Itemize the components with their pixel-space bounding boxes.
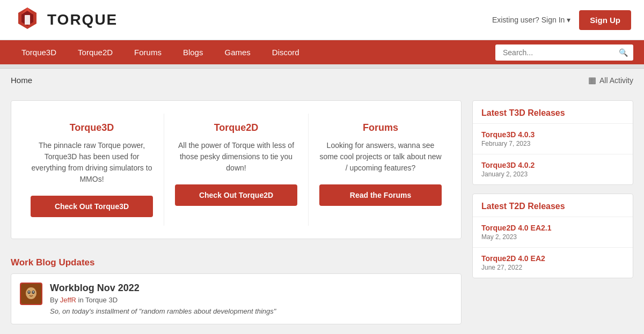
logo-area: TORQUE	[13, 5, 118, 34]
work-blog-section-header: Work Blog Updates	[11, 250, 462, 273]
main-content: Torque3D The pinnacle raw Torque power, …	[11, 100, 462, 324]
t2d-releases-title: Latest T2D Releases	[473, 194, 633, 217]
torque2d-card-desc: All the power of Torque with less of tho…	[175, 140, 297, 174]
header: TORQUE Existing user? Sign In ▾ Sign Up	[0, 0, 644, 40]
torque3d-card: Torque3D The pinnacle raw Torque power, …	[20, 114, 164, 226]
t2d-release-item-0: Torque2D 4.0 EA2.1 May 2, 2023	[473, 217, 633, 248]
forums-card-desc: Looking for answers, wanna see some cool…	[319, 140, 442, 174]
torque3d-card-button[interactable]: Check Out Torque3D	[31, 196, 153, 217]
torque3d-card-title: Torque3D	[31, 122, 153, 133]
dropdown-chevron-icon: ▾	[567, 16, 570, 24]
blog-author-link[interactable]: JeffR	[60, 296, 76, 304]
breadcrumb-home[interactable]: Home	[11, 76, 32, 85]
blog-info: Workblog Nov 2022 By JeffR in Torque 3D …	[50, 283, 452, 315]
nav-item-discord[interactable]: Discord	[261, 40, 310, 64]
t3d-releases-section: Latest T3D Releases Torque3D 4.0.3 Febru…	[472, 100, 633, 185]
navbar: Torque3D Torque2D Forums Blogs Games Dis…	[0, 40, 644, 64]
t3d-releases-title: Latest T3D Releases	[473, 101, 633, 124]
blog-avatar	[20, 283, 42, 305]
all-activity-link[interactable]: ▦ All Activity	[588, 75, 633, 85]
search-area: 🔍	[495, 44, 633, 61]
search-button[interactable]: 🔍	[613, 44, 633, 61]
t2d-release-0-title[interactable]: Torque2D 4.0 EA2.1	[481, 224, 624, 232]
t2d-releases-section: Latest T2D Releases Torque2D 4.0 EA2.1 M…	[472, 194, 633, 278]
nav-item-games[interactable]: Games	[214, 40, 261, 64]
t3d-release-1-title[interactable]: Torque3D 4.0.2	[481, 161, 624, 169]
t3d-release-1-date: January 2, 2023	[481, 170, 624, 178]
forums-card-title: Forums	[319, 122, 442, 133]
nav-item-torque2d[interactable]: Torque2D	[67, 40, 123, 64]
header-right: Existing user? Sign In ▾ Sign Up	[492, 10, 631, 30]
torque2d-card: Torque2D All the power of Torque with le…	[164, 114, 309, 226]
svg-point-7	[26, 287, 36, 299]
torque2d-card-title: Torque2D	[175, 122, 297, 133]
blog-excerpt: So, on today's installment of "random ra…	[50, 307, 452, 315]
svg-rect-5	[25, 15, 30, 25]
activity-icon: ▦	[588, 75, 596, 85]
t2d-release-1-title[interactable]: Torque2D 4.0 EA2	[481, 254, 624, 263]
forums-card-button[interactable]: Read the Forums	[319, 184, 442, 206]
blog-section: Workblog Nov 2022 By JeffR in Torque 3D …	[11, 273, 462, 324]
search-input[interactable]	[495, 44, 613, 61]
nav-item-torque3d[interactable]: Torque3D	[11, 40, 67, 64]
t2d-release-item-1: Torque2D 4.0 EA2 June 27, 2022	[473, 248, 633, 278]
blog-meta: By JeffR in Torque 3D	[50, 296, 452, 304]
nav-item-blogs[interactable]: Blogs	[172, 40, 214, 64]
t3d-release-item-1: Torque3D 4.0.2 January 2, 2023	[473, 154, 633, 184]
sign-up-button[interactable]: Sign Up	[579, 10, 631, 30]
blog-item: Workblog Nov 2022 By JeffR in Torque 3D …	[20, 283, 452, 315]
svg-point-10	[28, 291, 30, 292]
t3d-release-0-title[interactable]: Torque3D 4.0.3	[481, 130, 624, 139]
divider	[0, 64, 644, 69]
search-icon: 🔍	[619, 48, 628, 57]
t2d-release-0-date: May 2, 2023	[481, 233, 624, 241]
sign-in-link[interactable]: Existing user? Sign In ▾	[492, 16, 570, 24]
t2d-release-1-date: June 27, 2022	[481, 264, 624, 271]
logo-text: TORQUE	[47, 11, 118, 28]
torque-logo-icon	[13, 5, 42, 34]
nav-item-forums[interactable]: Forums	[123, 40, 172, 64]
main-layout: Torque3D The pinnacle raw Torque power, …	[0, 92, 644, 333]
cards-container: Torque3D The pinnacle raw Torque power, …	[11, 100, 462, 239]
sidebar: Latest T3D Releases Torque3D 4.0.3 Febru…	[472, 100, 633, 324]
forums-card: Forums Looking for answers, wanna see so…	[309, 114, 452, 226]
t3d-release-item-0: Torque3D 4.0.3 February 7, 2023	[473, 124, 633, 154]
blog-title: Workblog Nov 2022	[50, 283, 452, 294]
svg-point-11	[33, 291, 34, 292]
all-activity-label: All Activity	[599, 76, 633, 85]
breadcrumb-bar: Home ▦ All Activity	[0, 69, 644, 92]
torque3d-card-desc: The pinnacle raw Torque power, Torque3D …	[31, 140, 153, 185]
torque2d-card-button[interactable]: Check Out Torque2D	[175, 184, 297, 206]
t3d-release-0-date: February 7, 2023	[481, 140, 624, 147]
